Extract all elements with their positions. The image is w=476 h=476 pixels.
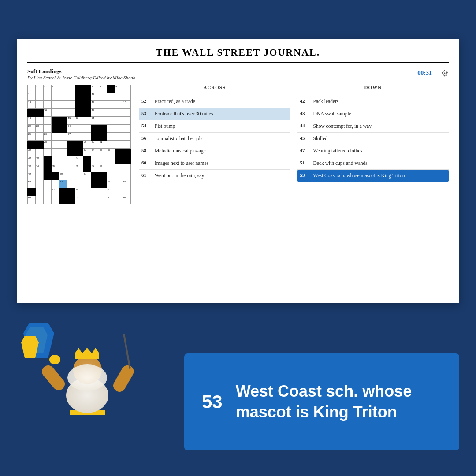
grid-cell[interactable] bbox=[36, 188, 44, 196]
grid-cell[interactable] bbox=[60, 188, 67, 196]
grid-cell[interactable] bbox=[115, 172, 123, 180]
grid-cell[interactable] bbox=[52, 93, 60, 101]
grid-cell[interactable]: 23 bbox=[36, 125, 44, 133]
grid-cell[interactable] bbox=[67, 188, 75, 196]
grid-cell[interactable]: 32 bbox=[28, 149, 36, 156]
grid-cell[interactable] bbox=[67, 101, 75, 109]
grid-cell[interactable] bbox=[83, 85, 91, 93]
grid-cell[interactable] bbox=[36, 101, 44, 109]
grid-cell[interactable]: 34 bbox=[91, 149, 99, 156]
grid-cell[interactable] bbox=[123, 156, 131, 164]
grid-cell[interactable] bbox=[67, 196, 75, 204]
grid-cell[interactable] bbox=[99, 172, 107, 180]
grid-cell[interactable] bbox=[83, 180, 91, 188]
grid-cell[interactable]: 20 bbox=[75, 117, 83, 125]
grid-cell[interactable] bbox=[123, 125, 131, 133]
grid-cell[interactable]: 63 bbox=[107, 196, 115, 204]
grid-cell[interactable]: 61 bbox=[52, 196, 60, 204]
grid-cell[interactable] bbox=[115, 101, 123, 109]
grid-cell[interactable] bbox=[75, 101, 83, 109]
grid-cell[interactable] bbox=[67, 156, 75, 164]
grid-cell[interactable]: 40 bbox=[36, 156, 44, 164]
grid-cell[interactable]: 9 bbox=[115, 85, 123, 93]
grid-cell[interactable] bbox=[52, 101, 60, 109]
grid-cell[interactable] bbox=[123, 164, 131, 172]
grid-cell[interactable] bbox=[52, 133, 60, 141]
grid-cell[interactable] bbox=[123, 109, 131, 117]
grid-cell[interactable] bbox=[83, 156, 91, 164]
grid-cell[interactable]: 48 bbox=[99, 164, 107, 172]
across-clue-53[interactable]: 53Footrace that's over 30 miles bbox=[139, 108, 290, 120]
grid-cell[interactable] bbox=[91, 156, 99, 164]
grid-cell[interactable]: 64 bbox=[123, 196, 131, 204]
grid-cell[interactable] bbox=[83, 117, 91, 125]
grid-cell[interactable]: 55 bbox=[123, 180, 131, 188]
settings-icon[interactable]: ⚙ bbox=[441, 68, 449, 78]
grid-cell[interactable] bbox=[123, 188, 131, 196]
crossword-grid[interactable]: 1234567891011121314151617181920212223242… bbox=[27, 85, 131, 204]
grid-cell[interactable] bbox=[75, 149, 83, 156]
grid-cell[interactable]: 52 bbox=[28, 180, 36, 188]
grid-cell[interactable] bbox=[107, 117, 115, 125]
grid-cell[interactable] bbox=[44, 196, 52, 204]
grid-cell[interactable] bbox=[107, 133, 115, 141]
grid-cell[interactable] bbox=[28, 141, 36, 149]
grid-cell[interactable]: 22 bbox=[28, 125, 36, 133]
grid-cell[interactable] bbox=[36, 117, 44, 125]
grid-cell[interactable] bbox=[36, 180, 44, 188]
across-clue-52[interactable]: 52Practiced, as a trade bbox=[139, 96, 290, 108]
grid-cell[interactable] bbox=[52, 109, 60, 117]
grid-cell[interactable]: 8 bbox=[99, 85, 107, 93]
grid-cell[interactable] bbox=[28, 109, 36, 117]
grid-cell[interactable] bbox=[67, 109, 75, 117]
grid-cell[interactable] bbox=[99, 180, 107, 188]
grid-cell[interactable]: 38 bbox=[123, 149, 131, 156]
down-clue-47[interactable]: 47Wearing tattered clothes bbox=[298, 145, 449, 157]
grid-cell[interactable] bbox=[36, 149, 44, 156]
grid-cell[interactable] bbox=[99, 196, 107, 204]
grid-cell[interactable] bbox=[60, 93, 67, 101]
grid-cell[interactable] bbox=[99, 101, 107, 109]
grid-cell[interactable] bbox=[75, 141, 83, 149]
grid-cell[interactable] bbox=[115, 164, 123, 172]
grid-cell[interactable] bbox=[52, 141, 60, 149]
grid-cell[interactable]: 57 bbox=[52, 188, 60, 196]
grid-cell[interactable] bbox=[75, 133, 83, 141]
grid-cell[interactable]: 11 bbox=[28, 93, 36, 101]
grid-cell[interactable] bbox=[83, 196, 91, 204]
grid-cell[interactable] bbox=[44, 149, 52, 156]
grid-cell[interactable] bbox=[60, 149, 67, 156]
grid-cell[interactable] bbox=[83, 101, 91, 109]
grid-cell[interactable] bbox=[115, 133, 123, 141]
grid-cell[interactable]: 15 bbox=[123, 101, 131, 109]
grid-cell[interactable]: 26 bbox=[44, 133, 52, 141]
grid-cell[interactable] bbox=[83, 164, 91, 172]
grid-cell[interactable] bbox=[75, 172, 83, 180]
grid-cell[interactable] bbox=[99, 188, 107, 196]
grid-cell[interactable] bbox=[44, 125, 52, 133]
grid-cell[interactable] bbox=[60, 141, 67, 149]
grid-cell[interactable]: 43 bbox=[36, 164, 44, 172]
grid-cell[interactable] bbox=[36, 196, 44, 204]
grid-cell[interactable]: 13 bbox=[28, 101, 36, 109]
grid-cell[interactable]: 37 bbox=[115, 149, 123, 156]
grid-cell[interactable] bbox=[52, 156, 60, 164]
grid-cell[interactable]: 60 bbox=[28, 196, 36, 204]
grid-cell[interactable] bbox=[107, 85, 115, 93]
grid-cell[interactable]: 36 bbox=[107, 149, 115, 156]
grid-cell[interactable] bbox=[36, 172, 44, 180]
grid-cell[interactable]: 7 bbox=[91, 85, 99, 93]
grid-cell[interactable] bbox=[115, 180, 123, 188]
grid-cell[interactable] bbox=[44, 101, 52, 109]
grid-cell[interactable] bbox=[107, 101, 115, 109]
grid-cell[interactable] bbox=[83, 125, 91, 133]
down-clue-43[interactable]: 43DNA swab sample bbox=[298, 108, 449, 120]
grid-cell[interactable]: 56 bbox=[28, 188, 36, 196]
grid-cell[interactable] bbox=[107, 125, 115, 133]
grid-cell[interactable]: 25 bbox=[28, 133, 36, 141]
grid-cell[interactable] bbox=[123, 133, 131, 141]
grid-cell[interactable]: 33 bbox=[83, 149, 91, 156]
grid-cell[interactable]: 35 bbox=[99, 149, 107, 156]
grid-cell[interactable]: 50 bbox=[60, 172, 67, 180]
grid-cell[interactable] bbox=[60, 117, 67, 125]
